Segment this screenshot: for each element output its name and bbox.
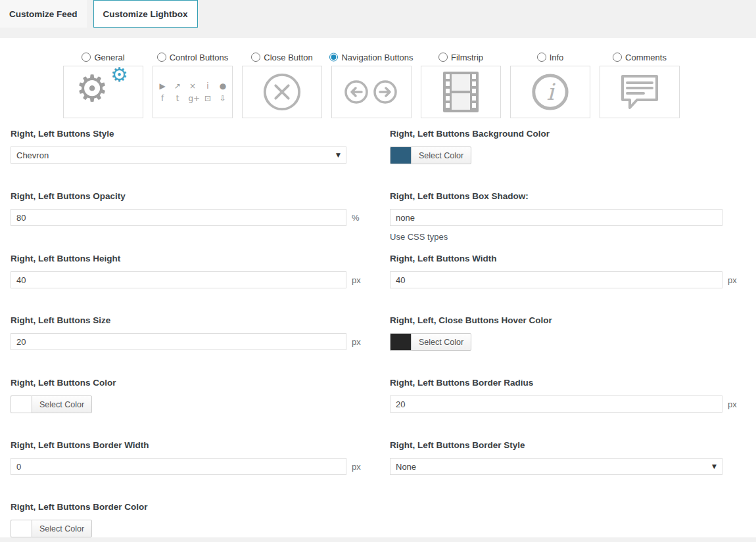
border-color-picker: Select Color — [11, 520, 92, 537]
filmstrip-icon — [442, 70, 480, 114]
buttons-height-input[interactable] — [11, 271, 346, 288]
buttons-height-label: Right, Left Buttons Height — [11, 254, 390, 264]
nav-arrows-icon — [343, 79, 400, 105]
radio-close-button-label: Close Button — [264, 53, 312, 62]
download-icon: ⇩ — [219, 95, 227, 102]
buttons-style-value: Chevron — [16, 150, 49, 160]
border-width-input[interactable] — [11, 458, 346, 475]
twitter-icon: t — [174, 95, 182, 102]
comment-bubble-icon — [619, 73, 661, 111]
field-border-width: Right, Left Buttons Border Width px — [11, 440, 390, 475]
buttons-size-label: Right, Left Buttons Size — [11, 315, 390, 326]
background-select-color-button[interactable]: Select Color — [411, 147, 471, 164]
opacity-input[interactable] — [11, 209, 346, 226]
border-style-select[interactable]: None ▼ — [390, 458, 722, 475]
radio-filmstrip[interactable] — [438, 53, 448, 62]
play-icon: ▶ — [158, 82, 167, 90]
info-icon-box: i — [510, 66, 590, 118]
share-icon: ⊡ — [204, 95, 212, 102]
radio-general[interactable] — [82, 53, 91, 62]
chevron-down-icon: ▼ — [336, 152, 341, 158]
field-background-color: Right, Left Buttons Background Color Sel… — [390, 129, 745, 164]
opacity-label: Right, Left Buttons Opacity — [11, 191, 390, 202]
info-icon: i — [204, 82, 212, 90]
border-width-suffix: px — [352, 462, 361, 472]
border-color-swatch[interactable] — [11, 520, 32, 537]
section-filmstrip: Filmstrip — [421, 50, 501, 118]
section-general: General ⚙ ⚙ — [63, 50, 143, 118]
field-buttons-color: Right, Left Buttons Color Select Color — [11, 378, 390, 413]
border-style-label: Right, Left Buttons Border Style — [390, 440, 745, 451]
radio-control-buttons-label: Control Buttons — [170, 53, 229, 62]
section-control-buttons: Control Buttons ▶ ↗ × i ● f t g+ ⊡ — [153, 50, 233, 118]
border-style-value: None — [396, 462, 416, 472]
buttons-style-select[interactable]: Chevron ▼ — [11, 147, 346, 164]
buttons-height-suffix: px — [352, 275, 361, 285]
shuffle-icon: × — [189, 82, 197, 90]
tab-customize-feed[interactable]: Customize Feed — [0, 0, 87, 28]
buttons-color-swatch[interactable] — [11, 395, 32, 413]
section-navigation-buttons: Navigation Buttons — [331, 50, 412, 118]
background-color-label: Right, Left Buttons Background Color — [390, 129, 745, 139]
radio-info[interactable] — [537, 53, 546, 62]
field-buttons-height: Right, Left Buttons Height px — [11, 254, 390, 288]
radio-info-label: Info — [550, 53, 564, 62]
info-circle-icon: i — [530, 72, 571, 112]
field-opacity: Right, Left Buttons Opacity % — [11, 191, 390, 227]
gear-icon: ⚙ — [76, 70, 108, 107]
border-radius-label: Right, Left Buttons Border Radius — [390, 378, 745, 388]
svg-text:i: i — [546, 79, 555, 105]
opacity-suffix: % — [352, 213, 360, 223]
small-gear-icon: ⚙ — [110, 66, 128, 85]
radio-navigation-buttons-label: Navigation Buttons — [341, 53, 413, 62]
control-buttons-icons: ▶ ↗ × i ● f t g+ ⊡ ⇩ — [158, 82, 227, 102]
buttons-width-label: Right, Left Buttons Width — [390, 254, 745, 264]
control-buttons-icon-box: ▶ ↗ × i ● f t g+ ⊡ ⇩ — [153, 66, 233, 118]
field-border-radius: Right, Left Buttons Border Radius px — [390, 378, 745, 413]
settings-form: Right, Left Buttons Style Chevron ▼ Righ… — [0, 118, 756, 542]
radio-general-label: General — [94, 53, 124, 62]
radio-navigation-buttons[interactable] — [329, 53, 338, 62]
field-box-shadow: Right, Left Buttons Box Shadow: Use CSS … — [390, 191, 745, 242]
field-border-color: Right, Left Buttons Border Color Select … — [11, 502, 390, 537]
hover-color-label: Right, Left, Close Buttons Hover Color — [390, 315, 745, 326]
field-buttons-style: Right, Left Buttons Style Chevron ▼ — [11, 129, 390, 164]
general-icon-box: ⚙ ⚙ — [63, 66, 143, 118]
radio-control-buttons[interactable] — [157, 53, 166, 62]
comment-icon: ● — [219, 82, 227, 90]
field-buttons-size: Right, Left Buttons Size px — [11, 315, 390, 351]
tab-bar: Customize Feed Customize Lightbox — [0, 0, 756, 28]
hover-select-color-button[interactable]: Select Color — [411, 333, 471, 351]
hover-color-swatch[interactable] — [390, 333, 411, 351]
field-empty — [390, 502, 745, 537]
radio-filmstrip-label: Filmstrip — [451, 53, 483, 62]
buttons-color-label: Right, Left Buttons Color — [11, 378, 390, 388]
buttons-select-color-button[interactable]: Select Color — [32, 395, 92, 413]
tab-customize-lightbox[interactable]: Customize Lightbox — [93, 0, 198, 28]
buttons-style-label: Right, Left Buttons Style — [11, 129, 390, 139]
googleplus-icon: g+ — [189, 95, 197, 102]
background-color-swatch[interactable] — [390, 147, 411, 164]
border-radius-input[interactable] — [390, 395, 722, 413]
field-border-style: Right, Left Buttons Border Style None ▼ — [390, 440, 745, 475]
section-selector: General ⚙ ⚙ Control Buttons ▶ ↗ × — [63, 50, 756, 118]
radio-close-button[interactable] — [251, 53, 260, 62]
border-radius-suffix: px — [728, 399, 737, 409]
radio-comments[interactable] — [613, 53, 622, 62]
lightbox-settings-panel: General ⚙ ⚙ Control Buttons ▶ ↗ × — [0, 38, 756, 537]
box-shadow-input[interactable] — [390, 209, 722, 226]
box-shadow-helper: Use CSS types — [390, 232, 745, 242]
buttons-size-input[interactable] — [11, 333, 346, 350]
background-color-picker: Select Color — [390, 147, 471, 164]
border-select-color-button[interactable]: Select Color — [32, 520, 92, 537]
hover-color-picker: Select Color — [390, 333, 471, 351]
chevron-down-icon: ▼ — [712, 463, 717, 470]
box-shadow-label: Right, Left Buttons Box Shadow: — [390, 191, 745, 202]
section-comments: Comments — [600, 50, 680, 118]
buttons-width-suffix: px — [728, 275, 737, 285]
buttons-width-input[interactable] — [390, 271, 722, 288]
fullscreen-icon: ↗ — [174, 82, 182, 90]
radio-comments-label: Comments — [625, 53, 667, 62]
section-info: Info i — [510, 50, 590, 118]
field-buttons-width: Right, Left Buttons Width px — [390, 254, 745, 288]
